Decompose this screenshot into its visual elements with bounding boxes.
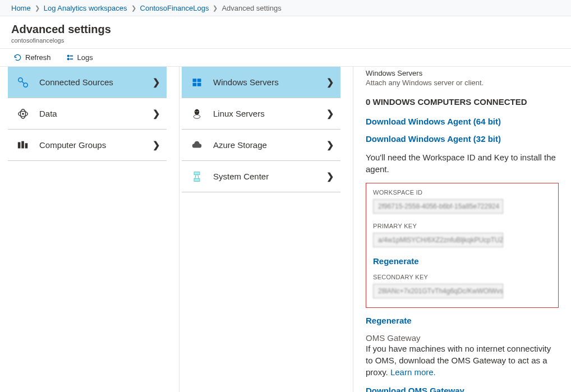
svg-point-17 [194, 114, 200, 118]
breadcrumb: Home ❯ Log Analytics workspaces ❯ Contos… [11, 4, 560, 12]
breadcrumb-bar: Home ❯ Log Analytics workspaces ❯ Contos… [0, 0, 571, 16]
panel-item-label: Windows Servers [213, 77, 326, 87]
svg-point-19 [197, 111, 199, 112]
page-title: Advanced settings [11, 23, 560, 36]
logs-button[interactable]: Logs [63, 52, 95, 63]
panel-primary: Connected Sources ❯ Data ❯ Computer Grou… [6, 67, 169, 392]
workspace-id-value[interactable]: 2f96715-2558-4056-b6bf-15a85e722924 [373, 199, 503, 214]
svg-rect-9 [18, 142, 21, 148]
refresh-icon [13, 53, 22, 62]
download-oms-gateway-link[interactable]: Download OMS Gateway [366, 386, 559, 392]
page-title-block: Advanced settings contosofinancelogs [0, 16, 571, 48]
svg-rect-20 [194, 172, 200, 174]
page-subtitle: contosofinancelogs [11, 37, 560, 44]
learn-more-link[interactable]: Learn more. [390, 367, 436, 377]
data-icon [17, 108, 29, 120]
panel-secondary: Windows Servers ❯ Linux Servers ❯ Azure … [179, 67, 343, 392]
download-agent-32-link[interactable]: Download Windows Agent (32 bit) [366, 134, 559, 144]
regenerate-primary-link[interactable]: Regenerate [373, 256, 551, 266]
svg-rect-13 [197, 79, 201, 82]
main-area: Connected Sources ❯ Data ❯ Computer Grou… [0, 66, 571, 392]
workspace-id-label: WORKSPACE ID [373, 189, 551, 196]
svg-point-2 [67, 58, 69, 60]
logs-label: Logs [77, 53, 93, 62]
panel-item-label: Data [39, 109, 153, 118]
refresh-label: Refresh [25, 53, 51, 62]
primary-key-value[interactable]: a/4w1pMlSYCH/6XZ2znfuBljkqkPUcpTUZh [373, 233, 503, 247]
svg-rect-21 [194, 178, 200, 181]
chevron-right-icon: ❯ [153, 140, 160, 150]
panel-item-azure-storage[interactable]: Azure Storage ❯ [182, 130, 340, 161]
breadcrumb-current: Advanced settings [222, 4, 281, 12]
regenerate-secondary-link[interactable]: Regenerate [366, 316, 559, 325]
primary-key-label: PRIMARY KEY [373, 223, 551, 229]
computer-groups-icon [17, 139, 29, 151]
panel-item-label: Linux Servers [213, 109, 326, 118]
svg-point-0 [67, 55, 69, 57]
panel-item-system-center[interactable]: System Center ❯ [182, 161, 340, 192]
svg-rect-3 [70, 58, 73, 59]
oms-gateway-body: If you have machines with no internet co… [366, 343, 559, 378]
panel-item-label: Computer Groups [39, 140, 153, 150]
svg-rect-1 [70, 56, 73, 57]
chevron-right-icon: ❯ [213, 4, 218, 12]
svg-point-18 [196, 111, 197, 112]
svg-rect-15 [197, 82, 201, 86]
svg-rect-11 [25, 143, 28, 148]
chevron-right-icon: ❯ [131, 4, 136, 12]
panel-item-connected-sources[interactable]: Connected Sources ❯ [8, 67, 167, 98]
system-center-icon [191, 170, 203, 183]
panel-item-data[interactable]: Data ❯ [8, 98, 167, 130]
refresh-button[interactable]: Refresh [11, 52, 53, 63]
chevron-right-icon: ❯ [326, 140, 334, 150]
svg-rect-10 [21, 141, 24, 148]
svg-rect-12 [193, 79, 197, 82]
svg-rect-14 [193, 82, 197, 86]
chevron-right-icon: ❯ [35, 4, 40, 12]
breadcrumb-workspaces[interactable]: Log Analytics workspaces [44, 4, 127, 12]
breadcrumb-home[interactable]: Home [11, 4, 31, 12]
chevron-right-icon: ❯ [326, 77, 334, 87]
windows-icon [191, 76, 203, 89]
secondary-key-label: SECONDARY KEY [373, 274, 551, 280]
oms-gateway-title: OMS Gateway [366, 333, 559, 343]
panel-item-linux-servers[interactable]: Linux Servers ❯ [182, 98, 340, 130]
chevron-right-icon: ❯ [153, 77, 160, 87]
panel-item-windows-servers[interactable]: Windows Servers ❯ [182, 67, 340, 98]
detail-header: Windows Servers [366, 69, 559, 77]
breadcrumb-workspace-name[interactable]: ContosoFinanceLogs [140, 4, 209, 12]
panel-item-label: Connected Sources [39, 77, 153, 87]
chevron-right-icon: ❯ [326, 108, 334, 119]
chevron-right-icon: ❯ [153, 108, 160, 119]
svg-point-8 [22, 113, 24, 115]
panel-item-label: System Center [213, 172, 326, 181]
svg-point-4 [19, 77, 22, 81]
toolbar: Refresh Logs [0, 48, 571, 66]
linux-icon [191, 108, 203, 120]
cloud-icon [191, 139, 203, 151]
secondary-key-value[interactable]: 28lANc+7x201GTvTh4g6qDc/KwWOlWvsGwf [373, 284, 503, 298]
detail-panel: Windows Servers Attach any Windows serve… [353, 67, 571, 392]
connected-sources-icon [17, 76, 29, 89]
panel-item-label: Azure Storage [213, 140, 326, 150]
svg-point-5 [24, 82, 27, 86]
panel-item-computer-groups[interactable]: Computer Groups ❯ [8, 130, 167, 161]
keys-highlight-box: WORKSPACE ID 2f96715-2558-4056-b6bf-15a8… [366, 183, 559, 308]
download-agent-64-link[interactable]: Download Windows Agent (64 bit) [366, 117, 559, 126]
svg-point-16 [195, 109, 199, 114]
chevron-right-icon: ❯ [326, 171, 334, 182]
logs-icon [66, 53, 74, 62]
install-info-text: You'll need the Workspace ID and Key to … [366, 151, 559, 175]
connected-count: 0 WINDOWS COMPUTERS CONNECTED [366, 97, 559, 107]
detail-subheader: Attach any Windows server or client. [366, 79, 559, 87]
